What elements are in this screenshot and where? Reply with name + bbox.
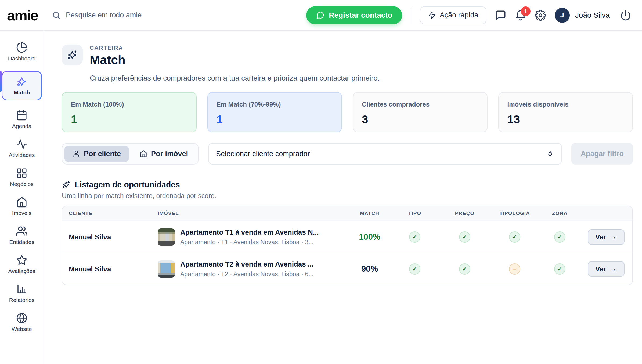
- opportunities-subtitle: Uma linha por match existente, ordenada …: [62, 192, 633, 200]
- stat-label: Em Match (100%): [71, 101, 187, 108]
- column-header-match: MATCH: [349, 210, 390, 216]
- arrow-right-icon: →: [609, 233, 617, 241]
- table-row: Manuel Silva Apartamento T2 à venda em A…: [62, 253, 632, 285]
- star-icon: [16, 254, 27, 266]
- sidebar-item-avaliacoes[interactable]: Avaliações: [2, 254, 42, 274]
- view-button-label: Ver: [595, 265, 606, 273]
- view-button[interactable]: Ver →: [588, 261, 625, 277]
- messages-button[interactable]: [495, 10, 506, 21]
- filter-by-client-tab[interactable]: Por cliente: [64, 146, 129, 162]
- sidebar-item-relatorios[interactable]: Relatórios: [2, 283, 42, 303]
- globe-icon: [16, 312, 27, 324]
- sidebar-item-label: Entidades: [9, 239, 34, 245]
- stat-label: Clientes compradores: [362, 101, 478, 108]
- preco-cell: ✓: [440, 231, 490, 243]
- sparkle-icon: [62, 180, 70, 189]
- tipo-cell: ✓: [390, 231, 440, 243]
- logout-button[interactable]: [620, 10, 631, 21]
- match-score: 90%: [349, 264, 390, 274]
- sidebar-item-label: Avaliações: [8, 268, 35, 274]
- person-icon: [73, 150, 80, 158]
- sidebar-item-dashboard[interactable]: Dashboard: [2, 42, 42, 62]
- page-icon: [62, 45, 83, 65]
- avatar: J: [555, 8, 570, 23]
- register-contact-button[interactable]: Registar contacto: [306, 6, 402, 24]
- property-cell: Apartamento T1 à venda em Avenidas N... …: [158, 228, 349, 246]
- quick-action-label: Ação rápida: [440, 11, 478, 19]
- notification-badge: 1: [521, 6, 531, 16]
- sidebar-item-label: Agenda: [12, 123, 31, 129]
- match-score: 100%: [349, 232, 390, 242]
- client-name: Manuel Silva: [62, 233, 158, 241]
- table-header: CLIENTE IMÓVEL MATCH TIPO PREÇO TIPOLOGI…: [62, 206, 632, 221]
- chevrons-up-down-icon: [546, 150, 554, 158]
- zona-cell: ✓: [540, 263, 580, 275]
- sidebar-item-imoveis[interactable]: Imóveis: [2, 196, 42, 216]
- page-header-text: CARTEIRA Match Cruza preferências de com…: [90, 45, 380, 82]
- user-menu[interactable]: J João Silva: [555, 8, 610, 23]
- preco-status-icon: ✓: [459, 231, 470, 243]
- arrow-right-icon: →: [609, 265, 617, 273]
- app-logo[interactable]: amie: [7, 7, 38, 24]
- clear-filter-button[interactable]: Apagar filtro: [571, 143, 633, 165]
- stat-value: 3: [362, 113, 478, 126]
- sidebar-item-entidades[interactable]: Entidades: [2, 225, 42, 245]
- property-title: Apartamento T1 à venda em Avenidas N...: [180, 228, 319, 236]
- buyer-client-select[interactable]: Selecionar cliente comprador: [208, 143, 562, 165]
- sidebar-item-negocios[interactable]: Negócios: [2, 168, 42, 187]
- global-search[interactable]: [52, 11, 205, 20]
- table-row: Manuel Silva Apartamento T1 à venda em A…: [62, 221, 632, 253]
- stats-row: Em Match (100%) 1 Em Match (70%-99%) 1 C…: [62, 92, 633, 132]
- sidebar: Dashboard Match Agenda Atividades Negóci…: [0, 31, 44, 364]
- view-button-label: Ver: [595, 233, 606, 241]
- stat-label: Em Match (70%-99%): [217, 101, 333, 108]
- settings-button[interactable]: [535, 10, 546, 21]
- filter-by-property-tab[interactable]: Por imóvel: [132, 146, 196, 162]
- sidebar-item-label: Match: [14, 89, 30, 96]
- column-header-tipo: TIPO: [390, 210, 440, 216]
- gear-icon: [535, 10, 546, 21]
- view-button[interactable]: Ver →: [588, 229, 625, 245]
- property-text: Apartamento T1 à venda em Avenidas N... …: [180, 228, 319, 246]
- bar-chart-icon: [16, 283, 27, 295]
- stat-card-buyer-clients: Clientes compradores 3: [353, 92, 488, 132]
- search-input[interactable]: [66, 11, 205, 19]
- column-header-tipologia: TIPOLOGIA: [490, 210, 540, 216]
- filter-tab-label: Por cliente: [84, 150, 121, 158]
- property-meta: Apartamento · T1 · Avenidas Novas, Lisbo…: [180, 239, 319, 246]
- preco-cell: ✓: [440, 263, 490, 275]
- tipologia-cell: −: [490, 263, 540, 275]
- sidebar-item-match[interactable]: Match: [2, 71, 42, 100]
- tipo-cell: ✓: [390, 263, 440, 275]
- pie-chart-icon: [16, 42, 27, 53]
- sidebar-item-website[interactable]: Website: [2, 312, 42, 332]
- stat-card-available-properties: Imóveis disponíveis 13: [498, 92, 633, 132]
- sidebar-item-atividades[interactable]: Atividades: [2, 139, 42, 158]
- property-cell: Apartamento T2 à venda em Avenidas ... A…: [158, 260, 349, 278]
- property-title: Apartamento T2 à venda em Avenidas ...: [180, 260, 314, 268]
- tipologia-cell: ✓: [490, 231, 540, 243]
- tipo-status-icon: ✓: [409, 231, 420, 243]
- topbar: amie Registar contacto Ação rápida 1 J J…: [0, 0, 642, 31]
- message-square-icon: [495, 10, 506, 21]
- column-header-zona: ZONA: [540, 210, 580, 216]
- stat-card-match-100: Em Match (100%) 1: [62, 92, 197, 132]
- calendar-icon: [16, 110, 27, 121]
- stat-value: 13: [507, 113, 624, 126]
- sidebar-item-agenda[interactable]: Agenda: [2, 110, 42, 129]
- property-thumbnail: [158, 228, 175, 246]
- stat-value: 1: [71, 113, 187, 126]
- chat-bubble-icon: [316, 11, 324, 20]
- stat-card-match-70-99: Em Match (70%-99%) 1: [207, 92, 342, 132]
- sidebar-item-label: Imóveis: [12, 210, 31, 216]
- power-icon: [620, 10, 631, 21]
- user-name: João Silva: [575, 11, 610, 20]
- tipologia-status-icon: −: [509, 263, 520, 275]
- sidebar-active-indicator: [0, 71, 2, 92]
- zona-status-icon: ✓: [554, 263, 565, 275]
- sparkle-icon: [67, 50, 78, 60]
- topbar-divider: [411, 7, 411, 24]
- property-text: Apartamento T2 à venda em Avenidas ... A…: [180, 260, 314, 278]
- quick-action-button[interactable]: Ação rápida: [420, 6, 486, 24]
- notifications-button[interactable]: 1: [515, 10, 526, 21]
